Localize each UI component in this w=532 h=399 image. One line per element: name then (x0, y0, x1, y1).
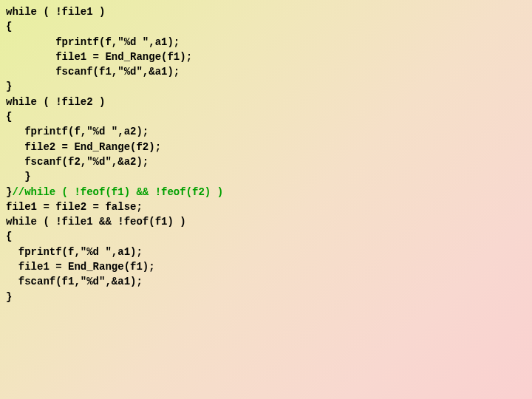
code-line: fscanf(f1,"%d",&a1); (6, 64, 526, 79)
code-line: } (6, 290, 526, 304)
code-line: fscanf(f1,"%d",&a1); (6, 274, 526, 289)
code-line: while ( !file1 ) (6, 4, 526, 19)
code-line: file2 = End_Range(f2); (6, 140, 526, 154)
code-line: } (6, 169, 526, 184)
code-line: { (6, 229, 526, 244)
code-line: } (6, 79, 526, 94)
code-line: while ( !file2 ) (6, 95, 526, 109)
code-line: fprintf(f,"%d ",a2); (6, 124, 526, 139)
code-line: file1 = End_Range(f1); (6, 259, 526, 274)
code-line: file1 = file2 = false; (6, 200, 526, 214)
code-line: fscanf(f2,"%d",&a2); (6, 154, 526, 169)
code-line: while ( !file1 && !feof(f1) ) (6, 214, 526, 229)
code-comment: //while ( !feof(f1) && !feof(f2) ) (12, 186, 223, 198)
code-line: { (6, 19, 526, 34)
code-line: fprintf(f,"%d ",a1); (6, 35, 526, 50)
code-line: fprintf(f,"%d ",a1); (6, 245, 526, 259)
code-line: }//while ( !feof(f1) && !feof(f2) ) (6, 185, 526, 200)
code-block: while ( !file1 ){ fprintf(f,"%d ",a1); f… (6, 4, 526, 304)
code-line: file1 = End_Range(f1); (6, 50, 526, 64)
code-line: { (6, 109, 526, 124)
